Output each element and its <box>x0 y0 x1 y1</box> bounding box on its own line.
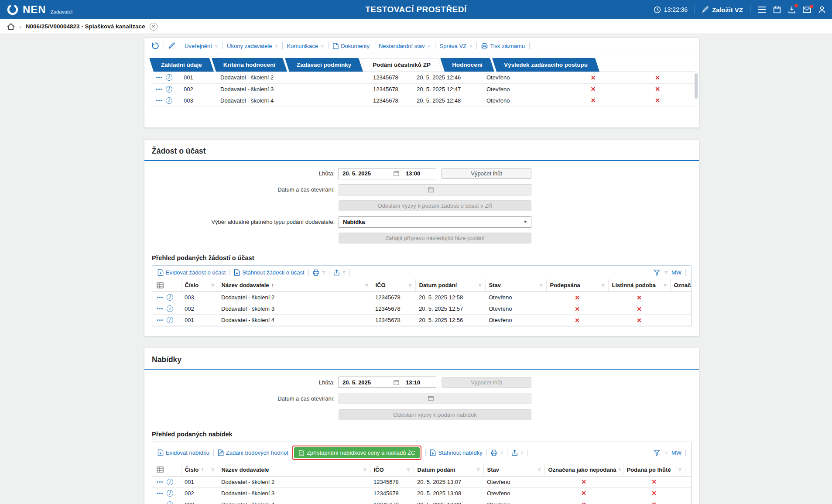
menu-dokumenty[interactable]: Dokumenty <box>333 43 370 49</box>
deadline-datetime-input[interactable]: 20. 5. 2025 13:10 <box>339 377 436 388</box>
dropdown-arrow-icon[interactable]: ▽ <box>521 451 524 455</box>
zahajit-fazi-button[interactable]: Zahájit přípravu následující fáze podání <box>339 233 531 243</box>
column-header-po-lhute[interactable]: Podaná po lhůtě▽ <box>623 463 685 476</box>
menu-uverejneni[interactable]: Uveřejnění▽ <box>185 43 218 49</box>
filter-chevron-icon[interactable]: ▽ <box>363 468 366 472</box>
dropdown-arrow-icon[interactable]: ▽ <box>322 271 325 274</box>
row-menu-icon[interactable] <box>157 296 163 298</box>
user-icon[interactable] <box>818 6 826 14</box>
column-header-select[interactable] <box>152 279 181 292</box>
nabidka-row[interactable]: i 002 Dodavatel - školení 3 12345678 20.… <box>152 487 691 499</box>
row-menu-icon[interactable] <box>157 319 163 321</box>
odeslani-vyzvy-button[interactable]: Odeslání výzvy k podání žádosti o účast … <box>339 200 531 211</box>
tab-vysledek-zadavaciho-postupu[interactable]: Výsledek zadávacího postupu <box>494 58 597 72</box>
column-header-stav[interactable]: Stav▽ <box>485 279 546 292</box>
filter-chevron-icon[interactable]: ▽ <box>664 283 666 287</box>
row-menu-icon[interactable] <box>157 492 163 494</box>
row-menu-icon[interactable] <box>156 76 162 79</box>
mail-icon[interactable] <box>803 7 811 13</box>
deadline-date-value[interactable]: 20. 5. 2025 <box>339 379 394 386</box>
column-header-datum[interactable]: Datum podání▽ <box>414 463 483 476</box>
evidovat-zadost-button[interactable]: Evidovat žádost o účast <box>157 269 226 276</box>
column-header-nazev[interactable]: Název dodavatele↑▽ <box>218 279 372 292</box>
mw-toggle[interactable]: MW <box>671 449 681 456</box>
menu-sprava-vz[interactable]: Správa VZ▽ <box>440 43 472 49</box>
calendar-icon[interactable] <box>394 380 399 385</box>
filter-chevron-icon[interactable]: ▽ <box>477 468 479 472</box>
menu-nestandardni-stav[interactable]: Nestandardní stav▽ <box>379 43 431 49</box>
filter-chevron-icon[interactable]: ▽ <box>479 283 481 287</box>
breadcrumb-record[interactable]: N006/25/V00004823 - Splašková kanalizace <box>26 23 145 30</box>
menu-ukony-zadavatele[interactable]: Úkony zadavatele▽ <box>227 43 278 49</box>
zadost-row[interactable]: i 001 Dodavatel - školení 4 12345678 20.… <box>152 315 691 326</box>
column-header-ico[interactable]: IČO▽ <box>370 463 414 476</box>
filter-chevron-icon[interactable]: ▽ <box>211 283 214 287</box>
calendar-icon[interactable] <box>773 6 781 14</box>
tab-zakladni-udaje[interactable]: Základní údaje <box>151 58 212 72</box>
dropdown-arrow-icon[interactable]: ▽ <box>665 451 668 455</box>
typ-podani-select[interactable]: Nabídka <box>339 216 531 228</box>
stahnout-zadosti-button[interactable]: Stáhnout žádosti o účast <box>234 269 304 276</box>
home-icon[interactable] <box>7 23 15 30</box>
create-vz-button[interactable]: Založit VZ <box>702 6 743 14</box>
download-icon[interactable] <box>788 6 796 14</box>
filter-icon[interactable] <box>654 269 660 276</box>
participant-row[interactable]: i 001 Dodavatel - školení 2 12345678 20.… <box>151 72 695 83</box>
calendar-icon[interactable] <box>394 171 399 176</box>
column-header-nepodana[interactable]: Označena jako nepodaná▽ <box>544 463 623 476</box>
column-header-podepsana[interactable]: Podepsána▽ <box>546 279 608 292</box>
zadost-row[interactable]: i 003 Dodavatel - školení 2 12345678 20.… <box>152 292 691 303</box>
scrollbar-thumb[interactable] <box>695 73 698 99</box>
row-menu-icon[interactable] <box>156 88 162 90</box>
row-info-icon[interactable]: i <box>167 479 173 485</box>
filter-chevron-icon[interactable]: ▽ <box>619 468 621 472</box>
filter-chevron-icon[interactable]: ▽ <box>409 283 411 287</box>
row-info-icon[interactable]: i <box>166 97 172 104</box>
nabidka-row[interactable]: i 001 Dodavatel - školení 2 12345678 20.… <box>152 476 691 487</box>
filter-chevron-icon[interactable]: ▽ <box>211 468 214 472</box>
calendar-icon[interactable] <box>428 395 434 401</box>
row-info-icon[interactable]: i <box>166 74 172 81</box>
dropdown-arrow-icon[interactable]: ▽ <box>665 271 668 274</box>
dropdown-arrow-icon[interactable]: ▽ <box>500 451 503 455</box>
row-info-icon[interactable]: i <box>167 294 173 301</box>
row-info-icon[interactable]: i <box>166 86 172 93</box>
evidovat-nabidku-button[interactable]: Evidovat nabídku <box>157 449 209 456</box>
deadline-time-value[interactable]: 13:10 <box>402 377 436 387</box>
column-header-listinna[interactable]: Listinná podoba▽ <box>608 279 670 292</box>
filter-chevron-icon[interactable]: ▽ <box>407 468 410 472</box>
menu-tisk-zaznamu[interactable]: Tisk záznamu <box>481 43 525 49</box>
zadost-row[interactable]: i 002 Dodavatel - školení 3 12345678 20.… <box>152 303 691 315</box>
filter-chevron-icon[interactable]: ▽ <box>602 283 604 287</box>
menu-komunikace[interactable]: Komunikace▽ <box>287 43 324 49</box>
zpristupneni-ceny-button[interactable]: Zpřístupnění nabídkové ceny a nákladů ŽC <box>294 447 420 458</box>
column-header-datum[interactable]: Datum podání▽ <box>415 279 485 292</box>
nen-brand[interactable]: NEN Zadavatel <box>6 3 72 16</box>
dropdown-arrow-icon[interactable]: ▽ <box>343 271 346 274</box>
calendar-icon[interactable] <box>428 187 434 192</box>
tab-kriteria-hodnoceni[interactable]: Kritéria hodnocení <box>214 58 285 72</box>
deadline-date-value[interactable]: 20. 5. 2025 <box>339 170 394 177</box>
odeslani-vyzvy-button[interactable]: Odeslání výzvy k podání nabídek <box>339 409 531 420</box>
vypocet-lhut-button[interactable]: Výpočet lhůt <box>442 377 531 388</box>
column-header-nazev[interactable]: Název dodavatele▽ <box>218 463 370 476</box>
stahnout-nabidky-button[interactable]: Stáhnout nabídky <box>430 449 482 456</box>
column-header-cislo[interactable]: Číslo▽ <box>181 279 218 292</box>
column-header-cislo[interactable]: Číslo↑▽ <box>181 463 218 476</box>
tab-zadavaci-podminky[interactable]: Zadávací podmínky <box>287 58 361 72</box>
export-grid-button[interactable]: ▽ <box>333 269 346 276</box>
nabidka-row[interactable]: i 003 Dodavatel - školení 4 12345678 20.… <box>152 499 691 504</box>
column-header-select[interactable] <box>152 463 181 476</box>
row-info-icon[interactable]: i <box>167 305 173 312</box>
row-menu-icon[interactable] <box>157 481 163 483</box>
history-icon[interactable] <box>151 42 159 50</box>
column-header-stav[interactable]: Stav▽ <box>483 463 544 476</box>
deadline-time-value[interactable]: 13:00 <box>402 168 436 179</box>
filter-chevron-icon[interactable]: ▽ <box>365 283 368 287</box>
column-header-oznac[interactable]: Označ <box>670 279 691 292</box>
mw-toggle[interactable]: MW <box>671 269 681 276</box>
opening-datetime-input[interactable] <box>339 184 531 195</box>
print-grid-button[interactable]: ▽ <box>313 269 325 276</box>
participant-row[interactable]: i 002 Dodavatel - školení 3 12345678 20.… <box>151 83 695 95</box>
close-icon[interactable]: ✕ <box>150 23 157 31</box>
